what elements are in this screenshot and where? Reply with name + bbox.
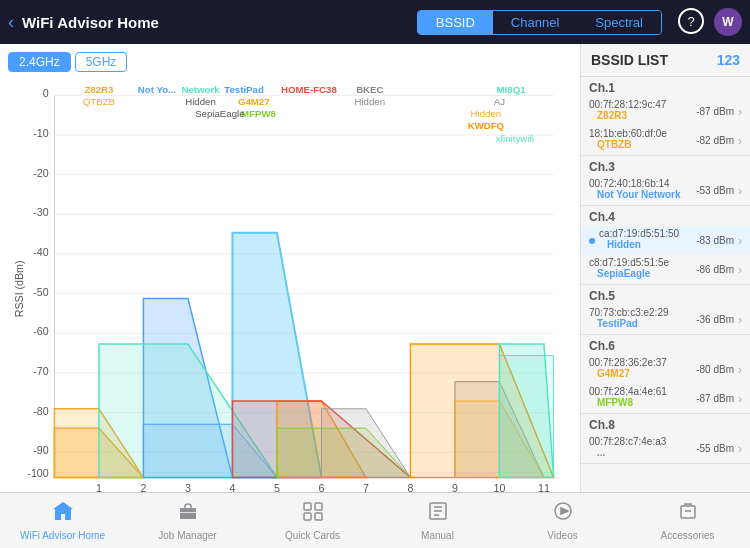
bssid-rssi: -82 dBm [696,135,734,146]
briefcase-icon [176,500,200,528]
list-item[interactable]: 00:7f:28:12:9c:47 Z82R3 -87 dBm › [581,97,750,126]
nav-label-videos: Videos [547,530,577,541]
tab-spectral[interactable]: Spectral [577,11,661,34]
svg-text:2: 2 [140,482,146,492]
chevron-right-icon: › [738,363,742,377]
svg-point-69 [61,503,65,507]
svg-text:-70: -70 [33,365,48,377]
bssid-name: SepiaEagle [589,268,692,282]
nav-manual[interactable]: Manual [375,500,500,541]
svg-text:-80: -80 [33,405,48,417]
bssid-mac: 00:7f:28:c7:4e:a3 [589,436,692,447]
accessories-icon [676,500,700,528]
main-content: 2.4GHz 5GHz 0 -10 -20 -30 -40 -50 -60 -7… [0,44,750,492]
nav-job-manager[interactable]: Job Manager [125,500,250,541]
svg-text:4: 4 [229,482,235,492]
freq-tab-2-4ghz[interactable]: 2.4GHz [8,52,71,72]
svg-text:MI8Q1: MI8Q1 [497,84,527,95]
view-tabs: BSSID Channel Spectral [417,10,662,35]
bssid-rssi: -80 dBm [696,364,734,375]
grid-icon [301,500,325,528]
list-item[interactable]: 00:7f:28:36:2e:37 G4M27 -80 dBm › [581,355,750,384]
list-item[interactable]: 00:7f:28:c7:4e:a3 ... -55 dBm › [581,434,750,463]
help-button[interactable]: ? [678,8,704,34]
tab-channel[interactable]: Channel [493,11,577,34]
svg-rect-74 [304,513,311,520]
svg-text:-60: -60 [33,325,48,337]
bssid-rssi: -87 dBm [696,393,734,404]
channel-6-label: Ch.6 [581,335,750,355]
tab-bssid[interactable]: BSSID [418,11,493,34]
svg-text:7: 7 [363,482,369,492]
active-indicator [589,238,595,244]
avatar[interactable]: W [714,8,742,36]
header: ‹ WiFi Advisor Home BSSID Channel Spectr… [0,0,750,44]
svg-text:TestiPad: TestiPad [224,84,264,95]
bssid-mac: 00:7f:28:12:9c:47 [589,99,692,110]
bssid-rssi: -55 dBm [696,443,734,454]
svg-text:-90: -90 [33,444,48,456]
channel-8-label: Ch.8 [581,414,750,434]
bssid-rssi: -86 dBm [696,264,734,275]
bssid-rssi: -87 dBm [696,106,734,117]
sidebar-header: BSSID LIST 123 [581,44,750,77]
list-item[interactable]: ca:d7:19:d5:51:50 Hidden -83 dBm › [581,226,750,255]
bssid-mac: 00:7f:28:36:2e:37 [589,357,692,368]
channel-6-group: Ch.6 00:7f:28:36:2e:37 G4M27 -80 dBm › 0… [581,335,750,414]
svg-text:-30: -30 [33,206,48,218]
channel-3-label: Ch.3 [581,156,750,176]
svg-text:AJ: AJ [494,96,505,107]
header-icons: ? W [678,8,742,36]
channel-8-group: Ch.8 00:7f:28:c7:4e:a3 ... -55 dBm › [581,414,750,464]
svg-text:-100: -100 [27,467,48,479]
list-item[interactable]: 00:7f:28:4a:4e:61 MFPW8 -87 dBm › [581,384,750,413]
chevron-right-icon: › [738,442,742,456]
svg-text:10: 10 [494,482,506,492]
svg-text:-10: -10 [33,127,48,139]
bssid-list-title: BSSID LIST [591,52,668,68]
chevron-right-icon: › [738,184,742,198]
nav-label-manual: Manual [421,530,454,541]
svg-text:-20: -20 [33,167,48,179]
channel-5-group: Ch.5 70:73:cb:c3:e2:29 TestiPad -36 dBm … [581,285,750,335]
chart-area: 2.4GHz 5GHz 0 -10 -20 -30 -40 -50 -60 -7… [0,44,580,492]
nav-accessories[interactable]: Accessories [625,500,750,541]
bottom-navigation: WiFi Advisor Home Job Manager Quick Card… [0,492,750,548]
svg-text:QTBZB: QTBZB [83,96,115,107]
svg-text:6: 6 [318,482,324,492]
bssid-name: Not Your Network [589,189,692,203]
bssid-name: Hidden [599,239,692,253]
chevron-right-icon: › [738,134,742,148]
svg-text:8: 8 [407,482,413,492]
play-icon [551,500,575,528]
bssid-mac: 00:72:40:18:6b:14 [589,178,692,189]
bssid-name: G4M27 [589,368,692,382]
wifi-home-icon [51,500,75,528]
bssid-rssi: -36 dBm [696,314,734,325]
freq-tab-5ghz[interactable]: 5GHz [75,52,128,72]
list-item[interactable]: 18:1b:eb:60:df:0e QTBZB -82 dBm › [581,126,750,155]
svg-text:Not Yo...: Not Yo... [138,84,177,95]
frequency-tabs: 2.4GHz 5GHz [0,48,580,76]
svg-text:5: 5 [274,482,280,492]
bssid-name: TestiPad [589,318,692,332]
bssid-mac: 18:1b:eb:60:df:0e [589,128,692,139]
nav-quick-cards[interactable]: Quick Cards [250,500,375,541]
nav-wifi-advisor-home[interactable]: WiFi Advisor Home [0,500,125,541]
svg-text:9: 9 [452,482,458,492]
list-item[interactable]: 70:73:cb:c3:e2:29 TestiPad -36 dBm › [581,305,750,334]
svg-text:HOME-FC38: HOME-FC38 [281,84,337,95]
chevron-right-icon: › [738,263,742,277]
list-item[interactable]: c8:d7:19:d5:51:5e SepiaEagle -86 dBm › [581,255,750,284]
svg-text:KWDFQ: KWDFQ [468,120,505,131]
channel-5-label: Ch.5 [581,285,750,305]
back-button[interactable]: ‹ [8,12,14,33]
svg-text:Hidden: Hidden [355,96,386,107]
chevron-right-icon: › [738,392,742,406]
list-item[interactable]: 00:72:40:18:6b:14 Not Your Network -53 d… [581,176,750,205]
nav-videos[interactable]: Videos [500,500,625,541]
chevron-right-icon: › [738,313,742,327]
svg-text:MFPW8: MFPW8 [241,108,276,119]
svg-rect-72 [304,503,311,510]
channel-1-label: Ch.1 [581,77,750,97]
